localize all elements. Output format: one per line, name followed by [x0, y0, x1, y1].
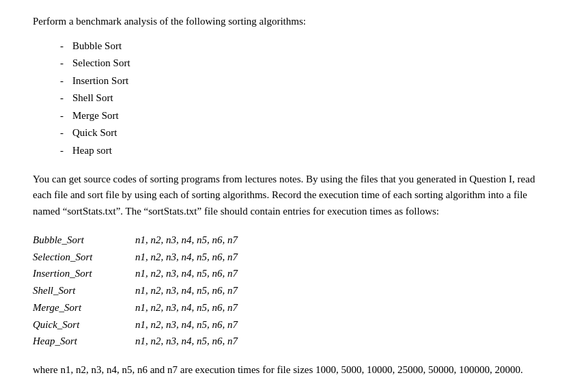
sort-row-name: Selection_Sort [33, 249, 135, 266]
intro-paragraph: Perform a benchmark analysis of the foll… [33, 14, 555, 29]
algorithm-name: Bubble Sort [72, 38, 122, 55]
algorithm-name: Shell Sort [72, 90, 113, 107]
sort-row-values: n1, n2, n3, n4, n5, n6, n7 [135, 299, 238, 316]
algorithm-name: Quick Sort [72, 124, 117, 142]
dash-icon: - [60, 142, 67, 160]
algorithm-list: - Bubble Sort - Selection Sort - Inserti… [60, 38, 555, 160]
table-row: Quick_Sort n1, n2, n3, n4, n5, n6, n7 [33, 316, 555, 333]
list-item: - Merge Sort [60, 107, 555, 125]
dash-icon: - [60, 72, 67, 90]
footer-paragraph: where n1, n2, n3, n4, n5, n6 and n7 are … [33, 362, 555, 378]
algorithm-name: Selection Sort [72, 55, 130, 72]
sort-row-name: Insertion_Sort [33, 265, 135, 282]
list-item: - Quick Sort [60, 124, 555, 142]
table-row: Shell_Sort n1, n2, n3, n4, n5, n6, n7 [33, 282, 555, 299]
dash-icon: - [60, 90, 67, 107]
table-row: Insertion_Sort n1, n2, n3, n4, n5, n6, n… [33, 265, 555, 282]
sort-row-values: n1, n2, n3, n4, n5, n6, n7 [135, 265, 238, 282]
dash-icon: - [60, 55, 67, 72]
table-row: Merge_Sort n1, n2, n3, n4, n5, n6, n7 [33, 299, 555, 316]
sort-row-values: n1, n2, n3, n4, n5, n6, n7 [135, 232, 238, 249]
list-item: - Heap sort [60, 142, 555, 160]
sort-row-values: n1, n2, n3, n4, n5, n6, n7 [135, 282, 238, 299]
sort-row-name: Heap_Sort [33, 333, 135, 350]
algorithm-name: Heap sort [72, 142, 112, 160]
list-item: - Selection Sort [60, 55, 555, 72]
dash-icon: - [60, 107, 67, 125]
sort-row-values: n1, n2, n3, n4, n5, n6, n7 [135, 249, 238, 266]
sort-row-values: n1, n2, n3, n4, n5, n6, n7 [135, 333, 238, 350]
description-paragraph: You can get source codes of sorting prog… [33, 172, 555, 219]
sort-row-values: n1, n2, n3, n4, n5, n6, n7 [135, 316, 238, 333]
sort-row-name: Merge_Sort [33, 299, 135, 316]
list-item: - Shell Sort [60, 90, 555, 107]
dash-icon: - [60, 38, 67, 55]
algorithm-name: Merge Sort [72, 107, 119, 125]
sort-row-name: Quick_Sort [33, 316, 135, 333]
sort-row-name: Bubble_Sort [33, 232, 135, 249]
sort-row-name: Shell_Sort [33, 282, 135, 299]
sort-table: Bubble_Sort n1, n2, n3, n4, n5, n6, n7 S… [33, 232, 555, 350]
table-row: Selection_Sort n1, n2, n3, n4, n5, n6, n… [33, 249, 555, 266]
table-row: Bubble_Sort n1, n2, n3, n4, n5, n6, n7 [33, 232, 555, 249]
algorithm-name: Insertion Sort [72, 72, 128, 90]
table-row: Heap_Sort n1, n2, n3, n4, n5, n6, n7 [33, 333, 555, 350]
list-item: - Insertion Sort [60, 72, 555, 90]
list-item: - Bubble Sort [60, 38, 555, 55]
dash-icon: - [60, 124, 67, 142]
